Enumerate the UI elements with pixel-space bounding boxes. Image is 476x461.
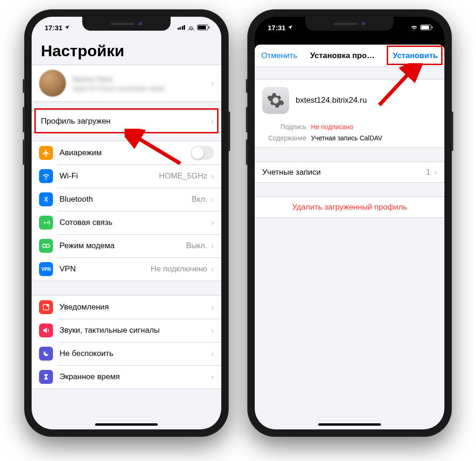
row-wifi[interactable]: Wi-Fi HOME_5GHz › [32, 165, 221, 188]
hotspot-icon [39, 239, 53, 253]
row-label: Учетные записи [262, 168, 426, 177]
row-detail: HOME_5GHz [159, 171, 207, 181]
row-label: Сотовая связь [60, 218, 211, 227]
row-vpn[interactable]: VPN VPN Не подключено › [32, 257, 221, 281]
profile-loaded-label: Профиль загружен [41, 117, 211, 126]
chevron-right-icon: › [211, 195, 214, 204]
chevron-right-icon: › [211, 326, 214, 336]
page-title: Настройки [32, 38, 221, 65]
wifi-icon [39, 169, 53, 183]
row-detail: Вкл. [192, 195, 207, 204]
row-dnd[interactable]: Не беспокоить › [32, 342, 221, 365]
side-button [23, 107, 25, 132]
profile-group: Профиль загружен › [32, 110, 221, 132]
vpn-icon: VPN [39, 262, 53, 276]
row-airplane[interactable]: Авиарежим [32, 141, 221, 165]
chevron-right-icon: › [211, 372, 214, 382]
side-button [228, 112, 230, 151]
notifications-icon [39, 300, 53, 314]
content-label: Содержание [262, 134, 306, 142]
row-screentime[interactable]: Экранное время › [32, 365, 221, 389]
cancel-button[interactable]: Отменить [261, 51, 298, 60]
delete-profile-button[interactable]: Удалить загруженный профиль [255, 197, 444, 218]
chevron-right-icon: › [211, 171, 214, 181]
row-cellular[interactable]: Сотовая связь › [32, 211, 221, 234]
row-notifications[interactable]: Уведомления › [32, 296, 221, 319]
side-button [246, 79, 248, 93]
cellular-icon [39, 216, 53, 230]
row-label: Режим модема [60, 241, 186, 250]
profile-block: bxtest124.bitrix24.ru Подпись Не подписа… [255, 79, 444, 148]
nav-title: Установка проф… [310, 51, 380, 60]
content-value: Учетная запись CalDAV [311, 134, 382, 142]
chevron-right-icon: › [211, 241, 214, 251]
location-icon [287, 25, 293, 30]
profile-name: bxtest124.bitrix24.ru [296, 96, 367, 105]
notifications-group: Уведомления › Звуки, тактильные сигналы … [32, 295, 221, 389]
home-indicator[interactable] [318, 423, 381, 426]
signature-value: Не подписано [311, 123, 353, 131]
status-time: 17:31 [268, 24, 285, 32]
row-label: VPN [60, 264, 151, 274]
notch [82, 17, 171, 31]
avatar [39, 70, 66, 97]
row-label: Экранное время [60, 372, 211, 382]
side-button [246, 107, 248, 132]
signal-icon [401, 25, 409, 30]
side-button [23, 79, 25, 93]
content-row: Содержание Учетная запись CalDAV [255, 132, 444, 147]
signature-label: Подпись [262, 123, 306, 131]
row-label: Не беспокоить [60, 349, 211, 358]
row-label: Bluetooth [60, 195, 192, 204]
accounts-block: Учетные записи 1 › [255, 162, 444, 183]
row-label: Авиарежим [60, 148, 191, 158]
profile-loaded-row[interactable]: Профиль загружен › [32, 111, 221, 132]
wifi-icon [410, 25, 418, 30]
row-label: Wi-Fi [60, 171, 159, 181]
airplane-toggle[interactable] [191, 146, 214, 160]
side-button [246, 139, 248, 165]
moon-icon [39, 347, 53, 361]
chevron-right-icon: › [211, 117, 214, 126]
chevron-right-icon: › [211, 264, 214, 274]
sounds-icon [39, 323, 53, 337]
chevron-right-icon: › [211, 79, 214, 88]
row-label: Звуки, тактильные сигналы [60, 326, 211, 335]
home-indicator[interactable] [95, 423, 158, 426]
row-label: Уведомления [60, 303, 211, 312]
hourglass-icon [39, 370, 53, 384]
status-time: 17:31 [45, 24, 62, 32]
notch [305, 17, 394, 31]
chevron-right-icon: › [211, 303, 214, 312]
accounts-row[interactable]: Учетные записи 1 › [255, 162, 444, 182]
location-icon [64, 25, 70, 30]
airplane-icon [39, 146, 53, 160]
row-detail: Не подключено [151, 264, 207, 274]
battery-icon [420, 25, 431, 30]
chevron-right-icon: › [211, 349, 214, 359]
row-hotspot[interactable]: Режим модема Выкл. › [32, 234, 221, 257]
install-button[interactable]: Установить [393, 51, 438, 60]
apple-id-group: Name Here Apple ID iCloud subscription d… [32, 65, 221, 102]
svg-point-1 [43, 244, 46, 248]
side-button [451, 112, 453, 151]
connectivity-group: Авиарежим Wi-Fi HOME_5GHz › Bluetooth Вк… [32, 141, 221, 281]
screen-settings: 17:31 Настройки Name Here Apple ID iClou… [32, 17, 221, 429]
row-sounds[interactable]: Звуки, тактильные сигналы › [32, 319, 221, 342]
svg-point-4 [46, 304, 49, 307]
signature-row: Подпись Не подписано [255, 121, 444, 132]
wifi-icon [187, 25, 195, 30]
row-bluetooth[interactable]: Bluetooth Вкл. › [32, 188, 221, 211]
svg-point-2 [46, 244, 50, 248]
screen-profile-install: 17:31 Отменить Установка проф… Установит… [255, 17, 444, 429]
bluetooth-icon [39, 192, 53, 206]
phone-right: 17:31 Отменить Установка проф… Установит… [247, 9, 452, 437]
apple-id-row[interactable]: Name Here Apple ID iCloud subscription d… [32, 65, 221, 101]
chevron-right-icon: › [434, 167, 437, 177]
row-detail: Выкл. [186, 241, 207, 250]
gear-icon [262, 87, 289, 114]
signal-icon [178, 25, 185, 30]
chevron-right-icon: › [211, 218, 214, 228]
battery-icon [197, 25, 208, 30]
phone-left: 17:31 Настройки Name Here Apple ID iClou… [24, 9, 229, 437]
